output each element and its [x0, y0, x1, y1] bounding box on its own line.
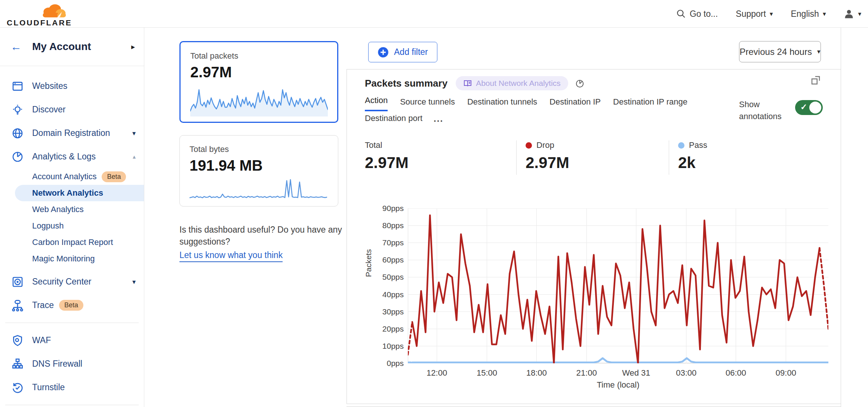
websites-icon: [11, 80, 24, 93]
sidebar-item-network-analytics[interactable]: Network Analytics: [15, 185, 144, 201]
sidebar-divider: [5, 323, 139, 323]
tab-destination-port[interactable]: Destination port: [365, 114, 422, 128]
sidebar-item-magic-monitoring[interactable]: Magic Monitoring: [0, 251, 144, 267]
pass-dot: [678, 142, 684, 149]
time-range-dropdown[interactable]: Previous 24 hours ▾: [739, 41, 821, 62]
sidebar-item-analytics-logs[interactable]: Analytics & Logs ▴: [0, 145, 144, 168]
about-network-analytics-badge[interactable]: About Network Analytics: [456, 76, 568, 90]
stat-drop-value: 2.97M: [526, 154, 658, 172]
sidebar-item-logpush[interactable]: Logpush: [0, 218, 144, 234]
language-label: English: [791, 9, 819, 19]
vault-icon: [11, 276, 24, 288]
sidebar-divider: [5, 405, 139, 405]
sidebar-item-trace[interactable]: Trace Beta: [0, 293, 144, 317]
caret-down-icon: ▾: [817, 48, 821, 56]
total-bytes-sparkline: [190, 178, 328, 201]
sidebar-item-domain-registration[interactable]: Domain Registration ▾: [0, 121, 144, 145]
total-packets-sparkline: [190, 84, 327, 116]
account-menu[interactable]: ▾: [844, 9, 861, 19]
cloudflare-cloud-icon: [39, 3, 72, 19]
x-axis-title: Time (local): [408, 380, 828, 390]
tab-destination-ip-range[interactable]: Destination IP range: [613, 97, 687, 111]
sidebar-item-dns-firewall[interactable]: DNS Firewall: [0, 352, 144, 376]
y-axis-title: Packets: [364, 249, 373, 277]
cloudflare-wordmark: CLOUDFLARE: [7, 18, 72, 27]
feedback-question: Is this dashboard useful? Do you have an…: [179, 224, 344, 248]
more-tabs-button[interactable]: ...: [434, 114, 443, 128]
y-tick-label: 80pps: [369, 221, 404, 230]
total-packets-title: Total packets: [190, 51, 327, 61]
sidebar-item-discover[interactable]: Discover: [0, 98, 144, 121]
x-tick-label: 06:00: [715, 368, 757, 378]
metrics-column: Total packets 2.97M Total bytes 191.94 M…: [179, 41, 338, 262]
packets-summary-panel: Packets summary About Network Analytics …: [347, 69, 841, 404]
y-tick-label: 90pps: [369, 204, 404, 213]
sidebar-item-security-center[interactable]: Security Center ▾: [0, 270, 144, 293]
expand-panel-icon[interactable]: [810, 75, 821, 86]
support-menu[interactable]: Support ▾: [736, 9, 773, 19]
caret-down-icon: ▾: [858, 10, 861, 18]
add-filter-button[interactable]: Add filter: [368, 42, 437, 62]
drop-dot: [526, 142, 532, 149]
language-menu[interactable]: English ▾: [791, 9, 826, 19]
y-tick-label: 50pps: [369, 273, 404, 282]
show-annotations-toggle[interactable]: ✓: [795, 100, 823, 115]
tab-destination-tunnels[interactable]: Destination tunnels: [467, 97, 537, 111]
x-tick-label: 09:00: [765, 368, 806, 378]
support-label: Support: [736, 9, 766, 19]
lightbulb-icon: [11, 103, 24, 116]
stats-row: Total 2.97M Drop 2.97M Pass 2k: [365, 140, 823, 175]
total-packets-card[interactable]: Total packets 2.97M: [179, 41, 338, 123]
sidebar-item-websites[interactable]: Websites: [0, 74, 144, 98]
caret-down-icon: ▾: [132, 129, 136, 137]
y-tick-label: 30pps: [369, 307, 404, 316]
add-filter-label: Add filter: [394, 47, 428, 57]
total-bytes-card[interactable]: Total bytes 191.94 MB: [179, 135, 338, 206]
plus-circle-icon: [378, 47, 389, 58]
tab-destination-ip[interactable]: Destination IP: [550, 97, 601, 111]
tab-source-tunnels[interactable]: Source tunnels: [400, 97, 455, 111]
cloudflare-dashboard: CLOUDFLARE Go to... Support ▾ English ▾: [0, 0, 868, 407]
sidebar-item-carbon-impact-report[interactable]: Carbon Impact Report: [0, 234, 144, 251]
x-tick-label: 18:00: [516, 368, 557, 378]
cloudflare-logo[interactable]: CLOUDFLARE: [7, 2, 70, 26]
tab-action[interactable]: Action: [365, 96, 388, 111]
sidebar-account-header[interactable]: ← My Account ▸: [0, 28, 144, 66]
search-icon: [676, 9, 686, 19]
book-icon: [463, 79, 472, 88]
goto-search[interactable]: Go to...: [676, 9, 718, 19]
sidebar-item-turnstile[interactable]: Turnstile: [0, 376, 144, 399]
refresh-check-icon: [11, 381, 24, 394]
chevron-right-icon[interactable]: ▸: [131, 42, 135, 51]
trace-icon: [11, 299, 24, 312]
pie-info-icon[interactable]: [575, 78, 585, 88]
caret-down-icon: ▾: [770, 10, 773, 18]
stat-total-value: 2.97M: [365, 154, 505, 172]
y-tick-label: 70pps: [369, 238, 404, 247]
sidebar-item-waf[interactable]: WAF: [0, 329, 144, 352]
feedback-link[interactable]: Let us know what you think: [179, 249, 283, 262]
time-range-label: Previous 24 hours: [740, 47, 812, 57]
stat-pass-value: 2k: [678, 154, 812, 172]
y-tick-label: 10pps: [369, 342, 404, 351]
sidebar-item-account-analytics[interactable]: Account Analytics Beta: [0, 168, 144, 185]
beta-badge: Beta: [59, 300, 83, 311]
y-tick-label: 60pps: [369, 255, 404, 264]
shield-gear-icon: [11, 334, 24, 347]
caret-up-icon: ▴: [133, 153, 136, 160]
y-tick-label: 20pps: [369, 324, 404, 333]
x-axis-labels: 12:0015:0018:0021:00Wed 3103:0006:0009:0…: [408, 368, 828, 379]
x-tick-label: 03:00: [666, 368, 707, 378]
sidebar-item-web-analytics[interactable]: Web Analytics: [0, 201, 144, 218]
caret-down-icon: ▾: [823, 10, 826, 18]
x-tick-label: 15:00: [467, 368, 508, 378]
pie-chart-icon: [11, 150, 24, 163]
total-packets-value: 2.97M: [190, 64, 327, 81]
dimension-tabs: Action Source tunnels Destination tunnel…: [365, 96, 724, 128]
dns-tree-icon: [11, 358, 24, 370]
check-icon: ✓: [800, 102, 807, 112]
sidebar: ← My Account ▸ Websites Dis: [0, 28, 144, 407]
x-tick-label: 12:00: [416, 368, 458, 378]
back-arrow-icon[interactable]: ←: [10, 41, 22, 52]
feedback-block: Is this dashboard useful? Do you have an…: [179, 224, 344, 262]
